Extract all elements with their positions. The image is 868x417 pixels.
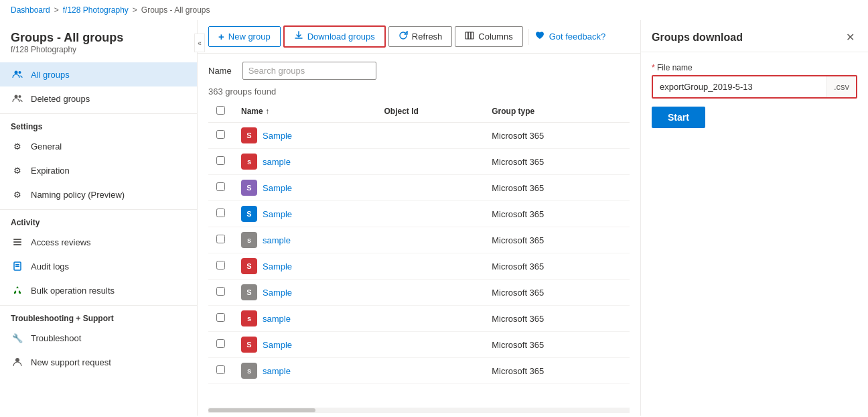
required-indicator: * xyxy=(652,63,657,72)
refresh-button[interactable]: Refresh xyxy=(388,26,453,47)
row-checkbox-cell xyxy=(208,253,233,280)
object-id-cell xyxy=(376,358,484,384)
row-checkbox-5[interactable] xyxy=(216,261,225,270)
groups-download-panel: Groups download ✕ * File name .csv Start xyxy=(640,20,868,416)
filter-row: Name xyxy=(208,54,630,82)
group-name-link[interactable]: Sample xyxy=(263,261,292,272)
columns-button[interactable]: Columns xyxy=(455,26,522,47)
group-name-link[interactable]: sample xyxy=(263,314,291,324)
deleted-groups-label: Deleted groups xyxy=(31,94,90,104)
group-name-link[interactable]: Sample xyxy=(263,209,292,219)
sidebar-item-naming-policy[interactable]: ⚙ Naming policy (Preview) xyxy=(0,182,197,206)
sidebar-item-deleted-groups[interactable]: Deleted groups xyxy=(0,86,197,111)
sidebar-item-general[interactable]: ⚙ General xyxy=(0,134,197,158)
group-name-link[interactable]: Sample xyxy=(263,131,292,141)
columns-icon xyxy=(465,31,474,42)
row-checkbox-7[interactable] xyxy=(216,313,225,322)
row-checkbox-cell xyxy=(208,201,233,227)
troubleshoot-label: Troubleshoot xyxy=(31,333,81,343)
activity-section-header: Activity xyxy=(0,209,197,230)
table-row: S Sample Microsoft 365 xyxy=(208,123,630,149)
svg-point-3 xyxy=(19,95,21,98)
object-id-cell xyxy=(376,123,484,149)
breadcrumb-dashboard[interactable]: Dashboard xyxy=(11,5,50,15)
toolbar: + New group Download groups Refresh Col xyxy=(198,20,640,54)
row-checkbox-1[interactable] xyxy=(216,156,225,165)
group-name-link[interactable]: sample xyxy=(263,235,291,245)
scrollbar-thumb[interactable] xyxy=(208,408,315,412)
book-icon xyxy=(11,259,24,273)
row-checkbox-cell xyxy=(208,227,233,253)
sidebar-item-access-reviews[interactable]: Access reviews xyxy=(0,230,197,254)
group-name-link[interactable]: sample xyxy=(263,157,291,167)
gear-icon-2: ⚙ xyxy=(11,164,24,177)
name-cell: s sample xyxy=(233,306,376,332)
group-type-cell: Microsoft 365 xyxy=(484,175,630,201)
main-content: + New group Download groups Refresh Col xyxy=(198,20,640,416)
sidebar-collapse-button[interactable]: « xyxy=(194,34,205,52)
row-checkbox-0[interactable] xyxy=(216,130,225,139)
search-groups-input[interactable] xyxy=(242,62,376,80)
sidebar-item-bulk-operations[interactable]: Bulk operation results xyxy=(0,278,197,302)
row-checkbox-6[interactable] xyxy=(216,287,225,296)
download-groups-button[interactable]: Download groups xyxy=(283,25,386,48)
row-checkbox-9[interactable] xyxy=(216,365,225,374)
sidebar-item-all-groups[interactable]: All groups xyxy=(0,62,197,86)
row-checkbox-2[interactable] xyxy=(216,182,225,191)
name-cell: S Sample xyxy=(233,253,376,280)
object-id-cell xyxy=(376,227,484,253)
panel-close-button[interactable]: ✕ xyxy=(843,29,857,45)
table-row: S Sample Microsoft 365 xyxy=(208,175,630,201)
columns-label: Columns xyxy=(478,32,512,42)
refresh-label: Refresh xyxy=(412,32,443,42)
object-id-cell xyxy=(376,253,484,280)
sidebar-item-audit-logs[interactable]: Audit logs xyxy=(0,254,197,278)
audit-logs-label: Audit logs xyxy=(31,261,69,272)
recycle-icon xyxy=(11,284,24,297)
row-checkbox-3[interactable] xyxy=(216,208,225,217)
row-checkbox-8[interactable] xyxy=(216,339,225,348)
object-id-cell xyxy=(376,332,484,358)
group-name-link[interactable]: Sample xyxy=(263,288,292,298)
select-all-checkbox[interactable] xyxy=(216,106,225,115)
table-row: s sample Microsoft 365 xyxy=(208,149,630,175)
row-checkbox-cell xyxy=(208,306,233,332)
svg-rect-5 xyxy=(13,241,21,243)
group-name-link[interactable]: Sample xyxy=(263,340,292,350)
sidebar-item-troubleshoot[interactable]: 🔧 Troubleshoot xyxy=(0,326,197,350)
sidebar-item-new-support[interactable]: New support request xyxy=(0,350,197,374)
new-group-button[interactable]: + New group xyxy=(208,26,281,47)
row-checkbox-4[interactable] xyxy=(216,235,225,243)
feedback-button[interactable]: Got feedback? xyxy=(534,30,606,43)
svg-rect-6 xyxy=(13,244,21,245)
download-icon xyxy=(294,31,303,42)
sidebar-item-expiration[interactable]: ⚙ Expiration xyxy=(0,158,197,182)
group-type-cell: Microsoft 365 xyxy=(484,280,630,306)
gear-icon: ⚙ xyxy=(11,139,24,153)
group-type-cell: Microsoft 365 xyxy=(484,201,630,227)
start-button[interactable]: Start xyxy=(652,107,705,128)
group-type-cell: Microsoft 365 xyxy=(484,358,630,384)
group-name-link[interactable]: Sample xyxy=(263,183,292,193)
sidebar: Groups - All groups f/128 Photography Al… xyxy=(0,20,198,416)
feedback-label: Got feedback? xyxy=(549,32,606,42)
table-row: S Sample Microsoft 365 xyxy=(208,201,630,227)
group-type-column-header: Group type xyxy=(484,101,630,123)
name-cell: S Sample xyxy=(233,175,376,201)
file-name-input[interactable] xyxy=(653,76,826,97)
svg-point-10 xyxy=(15,358,19,362)
horizontal-scrollbar[interactable] xyxy=(208,408,630,413)
table-area: Name 363 groups found Name ↑ Object Id G… xyxy=(198,54,640,408)
page-title: Groups - All groups xyxy=(11,31,186,45)
download-groups-label: Download groups xyxy=(307,32,375,42)
group-type-cell: Microsoft 365 xyxy=(484,253,630,280)
panel-title: Groups download xyxy=(652,32,743,44)
breadcrumb-org[interactable]: f/128 Photography xyxy=(63,5,129,15)
object-id-cell xyxy=(376,149,484,175)
svg-point-0 xyxy=(15,71,18,74)
svg-point-1 xyxy=(19,71,21,74)
all-groups-label: All groups xyxy=(31,70,70,80)
svg-rect-13 xyxy=(471,32,474,39)
toolbar-divider xyxy=(528,29,529,45)
group-name-link[interactable]: sample xyxy=(263,366,291,376)
